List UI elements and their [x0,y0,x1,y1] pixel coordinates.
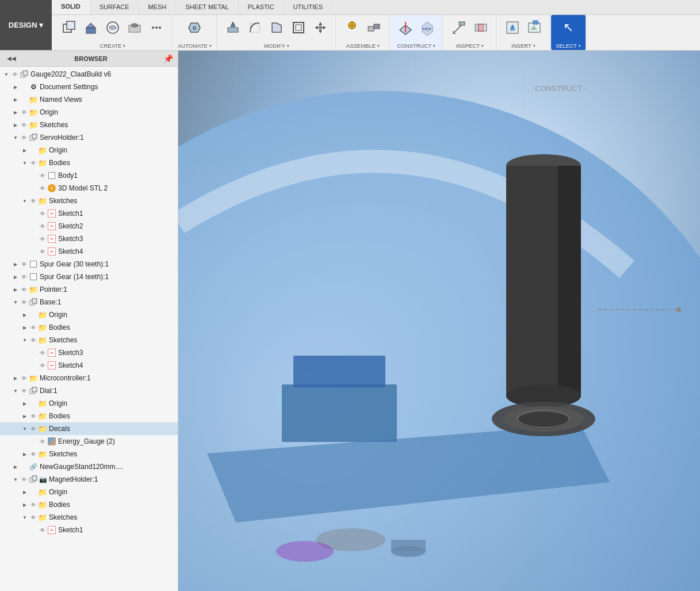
tree-expand-microcontroller[interactable]: ▶ [12,376,20,381]
eye-icon-sketches[interactable]: 👁 [20,122,29,128]
eye-icon-root[interactable]: 👁 [10,71,20,78]
automate-button[interactable]: ⚙ [184,17,205,38]
eye-icon-base-sketches[interactable]: 👁 [29,337,38,344]
tree-expand-root[interactable]: ▼ [2,72,10,77]
tree-item-bodies[interactable]: ▼👁📁Bodies [0,157,178,169]
tree-expand-decals[interactable]: ▼ [21,426,29,432]
tab-mesh[interactable]: MESH [139,0,177,14]
select-button[interactable]: ↖ [558,17,579,38]
tree-expand-base-origin[interactable]: ▶ [21,312,29,318]
eye-icon-sketch1[interactable]: 👁 [38,211,47,217]
tree-expand-base-sketches[interactable]: ▼ [21,338,29,343]
tree-expand-sketches2[interactable]: ▼ [21,199,29,204]
eye-icon-sketch2[interactable]: 👁 [38,223,47,230]
eye-icon-base-bodies[interactable]: 👁 [29,325,38,331]
tree-expand-servoholder[interactable]: ▼ [12,135,20,140]
tree-expand-dial-origin[interactable]: ▶ [21,401,29,406]
select-label[interactable]: SELECT ▾ [556,43,581,49]
eye-icon-servoholder[interactable]: 👁 [20,135,29,141]
tab-surface[interactable]: SURFACE [90,0,139,14]
new-component-button[interactable] [59,17,79,38]
tree-item-spur30[interactable]: ▶👁Spur Gear (30 teeth):1 [0,258,178,270]
eye-icon-base-sketch4[interactable]: 👁 [38,363,47,369]
tree-item-dial1[interactable]: ▼👁Dial:1 [0,384,178,397]
eye-icon-mag-sketches[interactable]: 👁 [29,514,38,521]
tree-item-decals[interactable]: ▼👁📁Decals [0,422,178,435]
eye-icon-microcontroller[interactable]: 👁 [20,375,29,382]
tree-expand-magnetholder[interactable]: ▼ [12,477,20,482]
tree-expand-bodies[interactable]: ▼ [21,161,29,166]
tree-expand-origin[interactable]: ▶ [12,110,20,115]
eye-icon-origin[interactable]: 👁 [20,109,29,116]
insert-label[interactable]: INSERT ▾ [511,43,535,49]
tree-expand-doc-settings[interactable]: ▶ [12,85,20,90]
tree-item-sketch4[interactable]: 👁✏Sketch4 [0,245,178,258]
eye-icon-pointer[interactable]: 👁 [20,287,29,293]
eye-icon-dial-sketches[interactable]: 👁 [29,451,38,457]
chamfer-button[interactable] [266,17,287,38]
create-label[interactable]: CREATE ▾ [100,43,126,49]
insert-btn1[interactable] [502,17,523,38]
tree-item-mag-sketch1[interactable]: 👁✏Sketch1 [0,524,178,536]
tree-expand-named-views[interactable]: ▶ [12,97,20,102]
tree-item-base-sketches[interactable]: ▼👁📁Sketches [0,334,178,346]
tree-expand-mag-origin[interactable]: ▶ [21,490,29,495]
tree-item-base1[interactable]: ▼👁Base:1 [0,296,178,308]
tree-item-spur14[interactable]: ▶👁Spur Gear (14 teeth):1 [0,270,178,283]
create-more-button[interactable] [146,17,167,38]
tree-expand-spur30[interactable]: ▶ [12,262,20,267]
tab-sheet-metal[interactable]: SHEET METAL [176,0,238,14]
tree-expand-pointer[interactable]: ▶ [12,287,20,292]
midplane-button[interactable] [417,17,438,38]
eye-icon-stl-model[interactable]: 👁 [38,185,47,192]
browser-pin-button[interactable]: 📌 [163,54,173,63]
tree-expand-mag-bodies[interactable]: ▶ [21,502,29,508]
tree-item-named-views[interactable]: ▶📁Named Views [0,93,178,106]
insert-image-btn[interactable] [524,17,545,38]
eye-icon-bodies[interactable]: 👁 [29,160,38,166]
shell-button[interactable] [288,17,309,38]
hole-button[interactable] [124,17,145,38]
eye-icon-sketches2[interactable]: 👁 [29,198,38,204]
eye-icon-mag-bodies[interactable]: 👁 [29,502,38,508]
tree-item-origin[interactable]: ▶👁📁Origin [0,106,178,119]
extrude-button[interactable] [81,17,101,38]
tree-item-pointer[interactable]: ▶👁📁Pointer:1 [0,283,178,296]
tree-expand-dial-bodies[interactable]: ▶ [21,414,29,419]
tab-plastic[interactable]: PLASTIC [239,0,284,14]
joint-button[interactable] [364,17,384,38]
tree-item-doc-settings[interactable]: ▶⚙Document Settings [0,81,178,93]
tree-item-root[interactable]: ▼👁Gauge2022_ClaatBuild v6 [0,68,178,81]
tree-expand-dial-sketches[interactable]: ▶ [21,452,29,457]
tree-item-servo-origin[interactable]: ▶📁Origin [0,144,178,157]
eye-icon-decals[interactable]: 👁 [29,426,38,432]
tree-item-sketches2[interactable]: ▼👁📁Sketches [0,195,178,207]
tree-item-sketch2[interactable]: 👁✏Sketch2 [0,220,178,232]
move-copy-button[interactable] [310,17,331,38]
fillet-button[interactable] [244,17,265,38]
inspect-label[interactable]: INSPECT ▾ [456,43,484,49]
tree-item-sketch3[interactable]: 👁✏Sketch3 [0,232,178,245]
modify-label[interactable]: MODIFY ▾ [264,43,289,49]
assemble-btn1[interactable] [342,17,362,38]
tree-expand-sketches[interactable]: ▶ [12,123,20,128]
offset-plane-button[interactable] [395,17,416,38]
automate-label[interactable]: AUTOMATE ▾ [178,43,212,49]
design-button[interactable]: DESIGN ▾ [0,0,52,50]
tree-item-base-sketch3[interactable]: 👁✏Sketch3 [0,346,178,359]
eye-icon-base-sketch3[interactable]: 👁 [38,350,47,356]
eye-icon-mag-sketch1[interactable]: 👁 [38,527,47,533]
press-pull-button[interactable] [223,17,243,38]
tree-item-microcontroller[interactable]: ▶👁📁Microcontroller:1 [0,372,178,384]
assemble-label[interactable]: ASSEMBLE ▾ [346,43,380,49]
tree-item-energy-gauge[interactable]: 👁Energy_Gauge (2) [0,435,178,448]
browser-collapse-button[interactable]: ◀◀ [5,55,18,62]
tree-item-base-bodies[interactable]: ▶👁📁Bodies [0,321,178,334]
tree-item-dial-sketches[interactable]: ▶👁📁Sketches [0,448,178,460]
tree-expand-mag-sketches[interactable]: ▼ [21,515,29,520]
tree-expand-base-bodies[interactable]: ▶ [21,325,29,330]
tree-item-mag-bodies[interactable]: ▶👁📁Bodies [0,498,178,511]
tree-item-dial-origin[interactable]: ▶📁Origin [0,397,178,410]
tree-item-magnetholder[interactable]: ▼👁📷MagnetHolder:1 [0,473,178,486]
eye-icon-body1[interactable]: 👁 [38,173,47,179]
